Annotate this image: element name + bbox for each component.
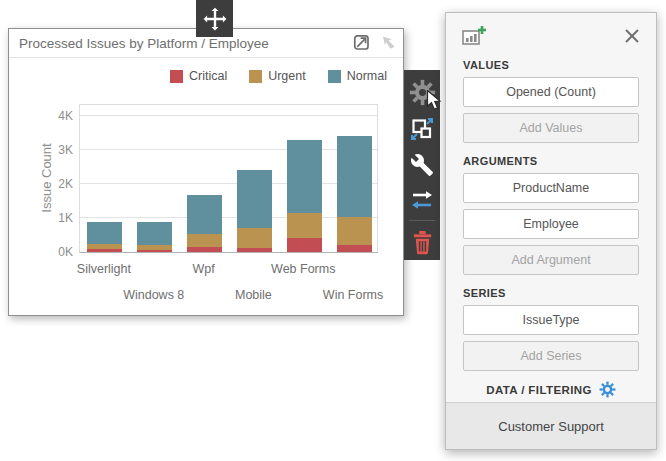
series-section-title: SERIES (463, 287, 639, 299)
chart-plot-area (79, 104, 378, 253)
gridline (80, 115, 377, 116)
bar-segment-urgent (337, 217, 372, 245)
y-tick-label: 2K (41, 177, 73, 191)
legend-swatch-normal (328, 70, 341, 83)
panel-content: VALUES Opened (Count) Add Values ARGUMEN… (446, 59, 656, 398)
x-category-label: Silverlight (77, 262, 131, 276)
x-category-label: Web Forms (271, 262, 335, 276)
bar-segment-urgent (237, 228, 272, 248)
x-category-label: Mobile (235, 288, 272, 302)
bar-segment-critical (87, 249, 122, 252)
add-argument-button[interactable]: Add Argument (463, 245, 639, 275)
chart-legend: Critical Urgent Normal (170, 69, 387, 83)
widget-toolbar (404, 70, 440, 260)
delete-widget-button[interactable] (404, 224, 440, 260)
legend-item-critical: Critical (170, 69, 227, 83)
bar-segment-normal (187, 195, 222, 234)
bar-segment-critical (237, 248, 272, 252)
bar-segment-urgent (187, 234, 222, 246)
legend-swatch-urgent (249, 70, 262, 83)
argument-item-button-employee[interactable]: Employee (463, 209, 639, 239)
chart-widget[interactable]: Processed Issues by Platform / Employee … (8, 28, 404, 316)
move-icon (202, 6, 228, 32)
bar-segment-normal (237, 170, 272, 228)
export-icon[interactable] (353, 34, 371, 52)
gridline (80, 183, 377, 184)
x-category-label: Windows 8 (123, 288, 184, 302)
data-binding-panel: VALUES Opened (Count) Add Values ARGUMEN… (445, 12, 657, 450)
values-item-button[interactable]: Opened (Count) (463, 77, 639, 107)
delete-icon (411, 230, 434, 255)
add-values-button[interactable]: Add Values (463, 113, 639, 143)
bar-segment-critical (137, 250, 172, 252)
bar-segment-urgent (87, 244, 122, 249)
gear-icon (409, 79, 436, 106)
dashboard-designer-canvas: Processed Issues by Platform / Employee … (0, 0, 666, 461)
legend-item-normal: Normal (328, 69, 387, 83)
bar-segment-urgent (137, 245, 172, 250)
bar-segment-urgent (287, 213, 322, 238)
gridline (80, 149, 377, 150)
bar-segment-normal (337, 136, 372, 217)
convert-button[interactable] (404, 111, 440, 147)
panel-header (446, 13, 656, 57)
legend-label: Critical (189, 69, 227, 83)
convert-icon (409, 116, 435, 142)
bar-segment-critical (187, 247, 222, 252)
legend-swatch-critical (170, 70, 183, 83)
wrench-icon (410, 153, 434, 177)
close-icon[interactable] (624, 28, 640, 44)
legend-label: Urgent (268, 69, 306, 83)
legend-label: Normal (347, 69, 387, 83)
legend-item-urgent: Urgent (249, 69, 306, 83)
argument-item-button-productname[interactable]: ProductName (463, 173, 639, 203)
bar-segment-normal (137, 222, 172, 244)
bar-segment-critical (287, 238, 322, 252)
restore-arrow-icon[interactable] (380, 34, 398, 52)
y-tick-label: 3K (41, 143, 73, 157)
transfer-data-button[interactable] (404, 182, 440, 218)
y-tick-label: 0K (41, 245, 73, 259)
bar-segment-normal (287, 140, 322, 213)
y-tick-label: 4K (41, 109, 73, 123)
toolbar-divider (409, 220, 435, 221)
x-category-label: Wpf (192, 262, 214, 276)
bar-segment-critical (337, 245, 372, 252)
arguments-section-title: ARGUMENTS (463, 155, 639, 167)
widget-move-handle[interactable] (196, 0, 233, 37)
customer-support-button[interactable]: Customer Support (446, 402, 656, 449)
settings-button[interactable] (404, 75, 440, 111)
bar-segment-normal (87, 222, 122, 243)
x-category-label: Win Forms (323, 288, 383, 302)
series-item-button-issuetype[interactable]: IssueType (463, 305, 639, 335)
y-tick-label: 1K (41, 211, 73, 225)
values-section-title: VALUES (463, 59, 639, 71)
transfer-arrows-icon (409, 187, 435, 213)
data-filtering-tab[interactable]: DATA / FILTERING (463, 381, 639, 398)
gridline (80, 217, 377, 218)
filter-gear-icon[interactable] (599, 381, 616, 398)
edit-options-button[interactable] (404, 147, 440, 183)
add-series-button[interactable]: Add Series (463, 341, 639, 371)
add-chart-icon[interactable] (460, 24, 488, 50)
data-filtering-label: DATA / FILTERING (486, 384, 592, 396)
chart-area: Critical Urgent Normal Issue Count 0K1K2… (9, 58, 403, 315)
